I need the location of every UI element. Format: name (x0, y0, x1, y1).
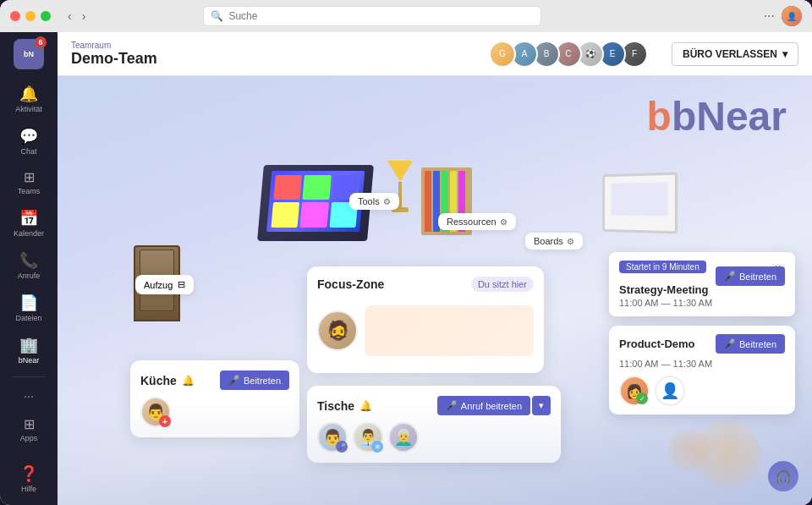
ambient-light-2 (668, 429, 710, 471)
aufzug-label[interactable]: Aufzug ⊟ (135, 275, 194, 294)
bell-icon: 🔔 (359, 400, 372, 412)
sidebar-label-bnear: bNear (19, 356, 40, 365)
header-left: Teamraum Demo-Team (71, 41, 157, 68)
header-avatars: G A B C ⚽ E (494, 41, 648, 68)
bnear-icon: 🏢 (19, 336, 38, 354)
plus-icon: + (159, 415, 171, 427)
sitting-badge: Du sitzt hier (471, 277, 534, 292)
sidebar-label-aktivitaet: Aktivität (15, 105, 42, 113)
microphone-icon: 🎤 (446, 400, 458, 411)
product-demo-join-button[interactable]: 🎤 Beitreten (716, 334, 785, 354)
tische-zone-card: Tische 🔔 🎤 Anruf beitreten ▾ (307, 386, 561, 463)
microphone-icon: 🎤 (228, 375, 240, 386)
focus-bg-decor (365, 305, 534, 356)
sidebar-item-chat[interactable]: 💬 Chat (5, 122, 52, 161)
teams-header: Teamraum Demo-Team G A B C (58, 32, 812, 76)
files-icon: 📄 (19, 294, 38, 312)
focus-card-header: Focus-Zone Du sitzt hier (317, 277, 534, 292)
microphone-icon: 🎤 (724, 271, 736, 282)
avatar-placeholder: 👤 (655, 376, 685, 406)
sidebar-item-kalender[interactable]: 📅 Kalender (5, 204, 52, 243)
focus-zone-card: Focus-Zone Du sitzt hier 🧔 (307, 266, 544, 373)
focus-title: Focus-Zone (317, 277, 384, 291)
user-avatar[interactable]: 👤 (782, 6, 802, 26)
sidebar-item-apps[interactable]: ⊞ Apps (5, 411, 52, 447)
apps-icon: ⊞ (24, 416, 35, 432)
strategy-meeting-time: 11:00 AM — 11:30 AM (619, 298, 712, 308)
avatar: 👨‍🦳 (388, 422, 419, 453)
help-button[interactable]: 🎧 (768, 461, 798, 491)
exit-office-button[interactable]: BÜRO VERLASSEN ▾ (672, 42, 798, 66)
title-bar-right: ··· 👤 (764, 6, 802, 26)
tische-dropdown-button[interactable]: ▾ (532, 396, 551, 415)
sidebar-item-teams[interactable]: ⊞ Teams (5, 164, 52, 200)
teams-icon: ⊞ (24, 169, 35, 185)
traffic-lights (10, 11, 51, 21)
kueche-card-header: Küche 🔔 🎤 Beitreten (140, 371, 289, 390)
breadcrumb: Teamraum (71, 41, 157, 50)
headphones-icon: 🎧 (775, 469, 792, 485)
sidebar-divider (12, 376, 46, 377)
activity-icon: 🔔 (19, 85, 38, 103)
ressourcen-text: Ressourcen (447, 217, 497, 227)
tische-call-join-button[interactable]: 🎤 Anruf beitreten (437, 396, 530, 415)
strategy-join-button[interactable]: 🎤 Beitreten (716, 266, 785, 286)
sidebar-label-apps: Apps (20, 434, 38, 442)
avatar: G (489, 41, 516, 68)
main-layout: bN 6 🔔 Aktivität 💬 Chat ⊞ Teams 📅 Kalend… (0, 32, 812, 505)
sidebar-item-aktivitaet[interactable]: 🔔 Aktivität (5, 80, 52, 118)
tische-avatars: 👨 🎤 👨‍💼 ❄ 👨‍🦳 (317, 422, 551, 453)
sidebar-item-dateien[interactable]: 📄 Dateien (5, 288, 52, 327)
bnear-logo-text: bNear (672, 94, 787, 139)
chat-icon: 💬 (19, 127, 38, 145)
chevron-down-icon: ▾ (782, 48, 787, 60)
elevator-icon: ⊟ (178, 279, 185, 290)
sidebar-item-bnear[interactable]: 🏢 bNear (5, 331, 52, 370)
more-icon: ··· (24, 389, 34, 403)
sidebar-item-more[interactable]: ··· (5, 384, 52, 408)
strategy-meeting-title: Strategy-Meeting (619, 283, 712, 296)
sidebar-logo[interactable]: bN 6 (14, 39, 44, 69)
maximize-button[interactable] (41, 11, 51, 21)
call-join-label: Anruf beitreten (461, 401, 522, 411)
settings-icon[interactable]: ⚙ (567, 237, 574, 246)
search-bar[interactable]: 🔍 (203, 6, 541, 26)
exit-label: BÜRO VERLASSEN (683, 48, 777, 60)
join-label: Beitreten (739, 339, 776, 349)
kueche-join-button[interactable]: 🎤 Beitreten (220, 371, 289, 390)
bnear-logo: bbNear (647, 93, 787, 140)
boards-label[interactable]: Boards ⚙ (525, 233, 583, 250)
tools-text: Tools (358, 196, 380, 206)
freeze-indicator: ❄ (371, 441, 383, 453)
join-label: Beitreten (244, 376, 281, 386)
forward-button[interactable]: › (79, 8, 90, 25)
sidebar-label-chat: Chat (20, 147, 36, 156)
close-button[interactable] (10, 11, 20, 21)
join-label: Beitreten (739, 272, 776, 282)
kueche-avatars: 👨 + (140, 397, 289, 427)
focus-avatar: 🧔 (317, 310, 358, 351)
logo-text: bN (24, 50, 34, 58)
more-options-button[interactable]: ··· (764, 8, 775, 24)
strategy-meeting-notification: Startet in 9 Minuten X Strategy-Meeting … (609, 252, 795, 316)
sidebar-label-teams: Teams (18, 187, 41, 195)
sidebar: bN 6 🔔 Aktivität 💬 Chat ⊞ Teams 📅 Kalend… (0, 32, 58, 505)
product-demo-time: 11:00 AM — 11:30 AM (619, 359, 785, 369)
search-input[interactable] (228, 10, 534, 22)
avatar-container: 👩 ✓ (619, 376, 650, 406)
sidebar-item-hilfe[interactable]: ❓ Hilfe (5, 459, 52, 498)
product-demo-card: Product-Demo 🎤 Beitreten 11:00 AM — 11:3… (609, 326, 795, 414)
sidebar-label-dateien: Dateien (15, 314, 41, 322)
tools-label[interactable]: Tools ⚙ (349, 193, 399, 210)
minimize-button[interactable] (25, 11, 36, 21)
back-button[interactable]: ‹ (64, 8, 75, 25)
microphone-indicator: 🎤 (336, 441, 348, 453)
ressourcen-label[interactable]: Ressourcen ⚙ (438, 213, 516, 230)
settings-icon[interactable]: ⚙ (383, 197, 391, 206)
page-title: Demo-Team (71, 50, 157, 68)
bell-icon: 🔔 (182, 375, 195, 387)
tische-call-buttons: 🎤 Anruf beitreten ▾ (437, 396, 551, 415)
sidebar-item-anrufe[interactable]: 📞 Anrufe (5, 246, 52, 285)
content-area: Teamraum Demo-Team G A B C (58, 32, 812, 505)
settings-icon[interactable]: ⚙ (500, 217, 508, 227)
